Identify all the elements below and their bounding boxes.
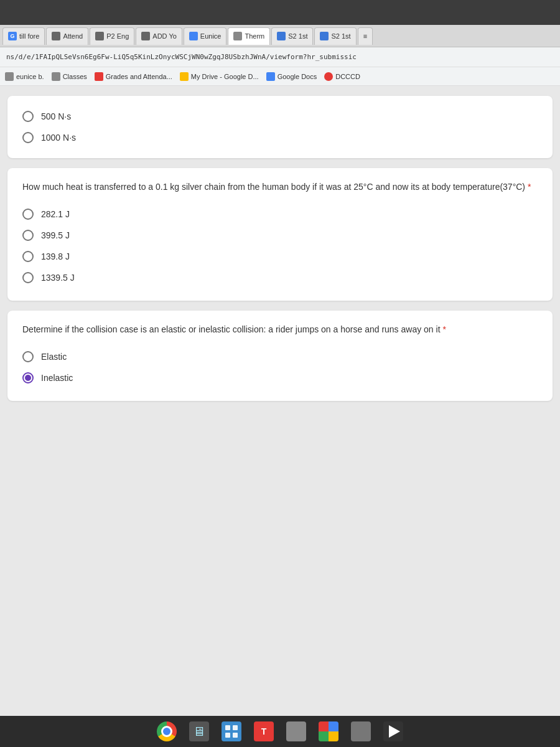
browser-top-bar bbox=[0, 0, 560, 25]
bookmark-drive[interactable]: My Drive - Google D... bbox=[180, 72, 259, 81]
bookmark-gdocs[interactable]: Google Docs bbox=[266, 72, 317, 81]
bookmark-dcccd[interactable]: DCCCD bbox=[324, 72, 360, 81]
previous-question-card: 500 N·s 1000 N·s bbox=[7, 96, 553, 158]
option-139[interactable]: 139.8 J bbox=[22, 246, 538, 267]
taskbar-play[interactable] bbox=[380, 719, 407, 744]
tab-till-fore[interactable]: G till fore bbox=[2, 27, 45, 45]
option-282[interactable]: 282.1 J bbox=[22, 204, 538, 225]
play-icon bbox=[383, 721, 403, 741]
question3-text-content: Determine if the collision case is an el… bbox=[22, 324, 441, 334]
radio-elastic[interactable] bbox=[22, 351, 34, 362]
bookmark-drive-label: My Drive - Google D... bbox=[191, 73, 259, 80]
option-500ns[interactable]: 500 N·s bbox=[22, 106, 538, 127]
tab-attend[interactable]: Attend bbox=[46, 27, 88, 45]
google-tab-icon: G bbox=[8, 32, 17, 40]
question2-required-star: * bbox=[528, 182, 531, 192]
app4-icon bbox=[351, 721, 371, 741]
tab-s21st2-label: S2 1st bbox=[331, 32, 350, 40]
eunice-tab-icon bbox=[189, 32, 198, 40]
url-bar[interactable]: ns/d/e/1FAIpQLSeVsn6Eg6Fw-LiQ5q5KinLzOny… bbox=[0, 47, 560, 67]
option-inelastic[interactable]: Inelastic bbox=[22, 367, 538, 388]
tab-p2eng-label: P2 Eng bbox=[106, 32, 129, 40]
taskbar-app2[interactable] bbox=[282, 719, 310, 744]
tab-more-label: ≡ bbox=[363, 32, 367, 40]
app2-icon bbox=[286, 721, 306, 741]
question2-text: How much heat is transferred to a 0.1 kg… bbox=[22, 181, 538, 194]
tab-p2eng[interactable]: P2 Eng bbox=[90, 27, 134, 45]
bookmark-gdocs-label: Google Docs bbox=[278, 73, 317, 80]
tab-eunice[interactable]: Eunice bbox=[184, 27, 227, 45]
tab-s21st-1[interactable]: S2 1st bbox=[271, 27, 313, 45]
option-139-label: 139.8 J bbox=[41, 251, 70, 261]
taskbar: 🖥 T bbox=[0, 716, 560, 747]
option-500ns-label: 500 N·s bbox=[41, 111, 71, 121]
bookmark-eunice-label: eunice b. bbox=[16, 73, 44, 80]
radio-399[interactable] bbox=[22, 230, 34, 241]
files-icon bbox=[222, 721, 241, 741]
s21st1-tab-icon bbox=[277, 32, 286, 40]
question3-text: Determine if the collision case is an el… bbox=[22, 323, 538, 336]
tab-therm[interactable]: Therm bbox=[228, 27, 270, 45]
app3-icon bbox=[319, 721, 338, 741]
tab-bar: G till fore Attend P2 Eng ADD Yo Eunice … bbox=[0, 25, 560, 47]
taskbar-files[interactable] bbox=[218, 719, 245, 744]
tab-add-label: ADD Yo bbox=[152, 32, 177, 40]
option-399[interactable]: 399.5 J bbox=[22, 225, 538, 246]
app1-icon: T bbox=[254, 721, 274, 741]
radio-1000ns[interactable] bbox=[22, 132, 34, 143]
main-content: 500 N·s 1000 N·s How much heat is transf… bbox=[0, 86, 560, 421]
bookmark-dcccd-icon bbox=[324, 72, 333, 81]
svg-rect-5 bbox=[329, 721, 338, 731]
radio-139[interactable] bbox=[22, 251, 34, 262]
chrome-icon bbox=[157, 721, 177, 741]
tab-attend-label: Attend bbox=[63, 32, 83, 40]
option-1000ns[interactable]: 1000 N·s bbox=[22, 127, 538, 148]
taskbar-app3[interactable] bbox=[315, 719, 342, 744]
svg-rect-4 bbox=[319, 721, 329, 731]
option-399-label: 399.5 J bbox=[41, 230, 70, 240]
option-1339[interactable]: 1339.5 J bbox=[22, 267, 538, 288]
option-inelastic-label: Inelastic bbox=[41, 373, 73, 383]
bookmark-dcccd-label: DCCCD bbox=[335, 73, 360, 80]
tab-add[interactable]: ADD Yo bbox=[136, 27, 182, 45]
radio-282[interactable] bbox=[22, 209, 34, 220]
taskbar-app1[interactable]: T bbox=[250, 719, 278, 744]
s21st2-tab-icon bbox=[320, 32, 329, 40]
bookmark-classes-label: Classes bbox=[63, 73, 87, 80]
bookmark-grades[interactable]: Grades and Attenda... bbox=[95, 72, 172, 81]
svg-rect-6 bbox=[319, 731, 329, 741]
bookmark-classes[interactable]: Classes bbox=[52, 72, 87, 81]
option-elastic-label: Elastic bbox=[41, 352, 67, 362]
svg-rect-1 bbox=[233, 725, 238, 730]
bookmark-eunice[interactable]: eunice b. bbox=[5, 72, 44, 81]
svg-rect-3 bbox=[233, 733, 238, 738]
bookmark-drive-icon bbox=[180, 72, 189, 81]
tab-eunice-label: Eunice bbox=[200, 32, 222, 40]
taskbar-app4[interactable] bbox=[347, 719, 375, 744]
option-elastic[interactable]: Elastic bbox=[22, 346, 538, 367]
bookmark-grades-icon bbox=[95, 72, 103, 81]
radio-inelastic[interactable] bbox=[22, 372, 34, 383]
tab-more[interactable]: ≡ bbox=[358, 27, 373, 45]
question3-card: Determine if the collision case is an el… bbox=[7, 311, 553, 401]
question2-card: How much heat is transferred to a 0.1 kg… bbox=[7, 168, 553, 301]
bookmark-gdocs-icon bbox=[266, 72, 275, 81]
svg-rect-7 bbox=[329, 731, 338, 741]
taskbar-chrome[interactable] bbox=[153, 719, 180, 744]
option-282-label: 282.1 J bbox=[41, 209, 70, 219]
radio-500ns[interactable] bbox=[22, 111, 34, 122]
question2-text-content: How much heat is transferred to a 0.1 kg… bbox=[22, 182, 525, 192]
bookmark-classes-icon bbox=[52, 72, 60, 81]
svg-rect-2 bbox=[225, 733, 230, 738]
add-tab-icon bbox=[141, 32, 150, 40]
option-1339-label: 1339.5 J bbox=[41, 273, 75, 283]
monitor-icon: 🖥 bbox=[189, 721, 209, 741]
url-text: ns/d/e/1FAIpQLSeVsn6Eg6Fw-LiQ5q5KinLzOny… bbox=[6, 53, 357, 61]
option-1000ns-label: 1000 N·s bbox=[41, 133, 76, 143]
svg-rect-0 bbox=[225, 725, 230, 730]
tab-till-fore-label: till fore bbox=[19, 32, 39, 40]
tab-s21st-2[interactable]: S2 1st bbox=[314, 27, 356, 45]
taskbar-monitor[interactable]: 🖥 bbox=[185, 719, 213, 744]
radio-1339[interactable] bbox=[22, 272, 34, 283]
p2eng-tab-icon bbox=[95, 32, 104, 40]
